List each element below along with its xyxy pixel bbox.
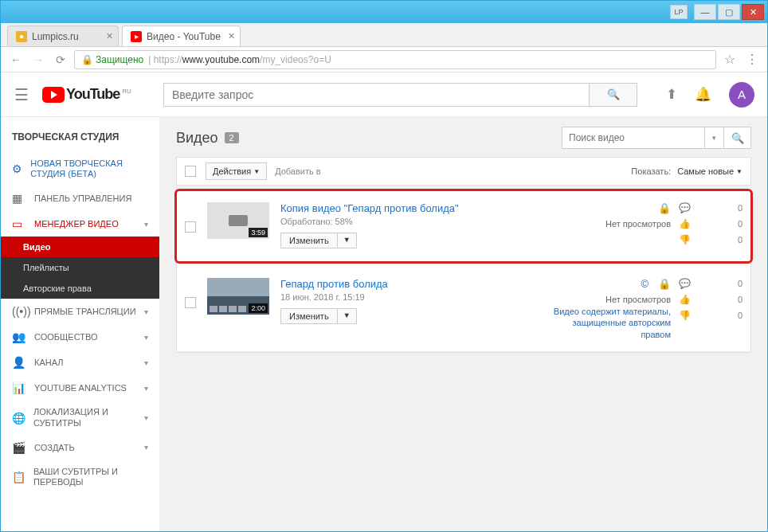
sidebar-item-analytics[interactable]: 📊 YOUTUBE ANALYTICS ▾ (1, 375, 159, 401)
sidebar-sub-copyright[interactable]: Авторские права (1, 278, 159, 299)
channel-icon: 👤 (12, 356, 26, 369)
row-checkbox[interactable] (185, 297, 196, 308)
edit-button[interactable]: Изменить (280, 308, 338, 324)
broadcast-icon: ((•)) (12, 305, 26, 318)
sidebar-sub-video[interactable]: Видео (1, 237, 159, 257)
sidebar-item-label: МЕНЕДЖЕР ВИДЕО (34, 219, 119, 229)
comment-icon: 💬 (679, 202, 691, 213)
close-button[interactable]: ✕ (742, 4, 764, 20)
bookmark-star-button[interactable]: ☆ (721, 51, 739, 68)
browser-tab-youtube[interactable]: ▸ Видео - YouTube ✕ (122, 25, 241, 46)
analytics-icon: 📊 (12, 381, 26, 394)
sidebar: ТВОРЧЕСКАЯ СТУДИЯ ⚙ НОВАЯ ТВОРЧЕСКАЯ СТУ… (1, 117, 160, 531)
lock-icon: 🔒 (81, 54, 93, 65)
chevron-down-icon: ▾ (144, 307, 148, 316)
views-text: Нет просмотров (527, 295, 671, 304)
upload-icon[interactable]: ⬆ (666, 86, 677, 103)
video-thumbnail[interactable]: 3:59 (207, 202, 269, 239)
edit-button[interactable]: Изменить (280, 233, 338, 248)
address-bar[interactable]: 🔒 Защищено | https:// www.youtube.com /m… (74, 50, 716, 69)
video-stats: 💬0 👍0 👎0 (679, 202, 743, 250)
count-badge: 2 (225, 132, 239, 143)
url-host: www.youtube.com (182, 54, 260, 65)
sidebar-item-create[interactable]: 🎬 СОЗДАТЬ ▾ (1, 435, 159, 460)
sidebar-item-label: YOUTUBE ANALYTICS (34, 383, 127, 393)
video-thumbnail[interactable]: 2:00 (207, 278, 269, 315)
header-icons: ⬆ 🔔 А (666, 82, 754, 108)
main-content: Видео 2 ▾ 🔍 Действия ▼ Добавить в Показа… (160, 117, 767, 531)
nav-forward-button[interactable]: → (29, 51, 47, 68)
copyright-notice[interactable]: Видео содержит материалы, защищенные авт… (551, 306, 671, 340)
filter-search-button[interactable]: 🔍 (724, 127, 751, 149)
caret-down-icon: ▼ (736, 168, 743, 175)
select-all-checkbox[interactable] (185, 166, 196, 177)
actions-button[interactable]: Действия ▼ (206, 162, 267, 180)
search-icon: 🔍 (607, 88, 620, 100)
sidebar-item-channel[interactable]: 👤 КАНАЛ ▾ (1, 350, 159, 375)
nav-reload-button[interactable]: ⟳ (52, 51, 69, 68)
community-icon: 👥 (12, 331, 26, 343)
search-input[interactable] (163, 83, 590, 107)
page-header: Видео 2 ▾ 🔍 (176, 127, 751, 149)
favicon-icon: ● (16, 31, 27, 42)
minimize-button[interactable]: — (694, 4, 716, 20)
page-title: Видео 2 (176, 130, 239, 147)
video-subtitle: Обработано: 58% (280, 217, 527, 226)
video-meta: Гепард против болида 18 июн. 2018 г. 15:… (280, 278, 527, 324)
video-stats: 💬0 👍0 👎0 (679, 278, 743, 326)
sidebar-item-video-manager[interactable]: ▭ МЕНЕДЖЕР ВИДЕО ▾ (1, 211, 159, 237)
sidebar-item-beta-studio[interactable]: ⚙ НОВАЯ ТВОРЧЕСКАЯ СТУДИЯ (БЕТА) (1, 152, 159, 186)
video-title[interactable]: Гепард против болида (280, 278, 527, 290)
tab-close-icon[interactable]: ✕ (106, 31, 113, 41)
video-subtitle: 18 июн. 2018 г. 15:19 (280, 292, 527, 302)
views-text: Нет просмотров (527, 219, 671, 229)
maximize-button[interactable]: ▢ (718, 4, 740, 20)
menu-icon[interactable]: ☰ (14, 87, 29, 103)
video-toolbar: Действия ▼ Добавить в Показать: Самые но… (176, 157, 751, 186)
comment-icon: 💬 (679, 278, 691, 289)
youtube-logo[interactable]: YouTube RU (42, 86, 131, 103)
video-list: 3:59 Копия видео "Гепард против болида" … (176, 189, 751, 353)
filter-input[interactable] (562, 127, 705, 149)
browser-tabs: ● Lumpics.ru ✕ ▸ Видео - YouTube ✕ (1, 23, 767, 47)
edit-caret-button[interactable]: ▼ (338, 308, 357, 324)
url-path: /my_videos?o=U (260, 54, 331, 65)
sort-dropdown[interactable]: Самые новые ▼ (677, 166, 743, 176)
edit-caret-button[interactable]: ▼ (338, 233, 357, 248)
nav-back-button[interactable]: ← (7, 51, 25, 68)
notifications-icon[interactable]: 🔔 (695, 86, 711, 103)
chevron-down-icon: ▾ (144, 443, 148, 452)
privacy-lock-icon: 🔒 (658, 202, 671, 214)
sidebar-item-captions[interactable]: 📋 ВАШИ СУБТИТРЫ И ПЕРЕВОДЫ (1, 460, 159, 494)
sidebar-item-live[interactable]: ((•)) ПРЯМЫЕ ТРАНСЛЯЦИИ ▾ (1, 299, 159, 324)
like-icon: 👍 (679, 294, 691, 305)
row-checkbox[interactable] (185, 221, 196, 233)
privacy-lock-icon: 🔒 (658, 278, 671, 290)
sidebar-item-localization[interactable]: 🌐 ЛОКАЛИЗАЦИЯ И СУБТИТРЫ ▾ (1, 401, 159, 434)
sidebar-item-label: СОЗДАТЬ (34, 443, 75, 452)
filter-dropdown-button[interactable]: ▾ (705, 127, 724, 149)
sidebar-item-dashboard[interactable]: ▦ ПАНЕЛЬ УПРАВЛЕНИЯ (1, 186, 159, 211)
search-button[interactable]: 🔍 (590, 83, 637, 107)
window-badge: LP (670, 5, 688, 19)
sidebar-sub-playlists[interactable]: Плейлисты (1, 257, 159, 278)
tab-close-icon[interactable]: ✕ (228, 31, 235, 41)
browser-tab-lumpics[interactable]: ● Lumpics.ru ✕ (7, 25, 119, 46)
add-to-link[interactable]: Добавить в (275, 166, 321, 176)
chevron-down-icon: ▾ (144, 384, 148, 393)
chevron-down-icon: ▾ (144, 358, 148, 367)
favicon-icon: ▸ (131, 31, 142, 42)
chevron-down-icon: ▾ (144, 220, 148, 229)
tab-title: Lumpics.ru (32, 31, 79, 42)
logo-region: RU (122, 88, 131, 95)
sidebar-item-label: ЛОКАЛИЗАЦИЯ И СУБТИТРЫ (33, 407, 136, 428)
highlighted-row: 3:59 Копия видео "Гепард против болида" … (174, 189, 753, 264)
edit-button-group: Изменить ▼ (280, 308, 527, 324)
address-bar-row: ← → ⟳ 🔒 Защищено | https:// www.youtube.… (1, 47, 767, 72)
sidebar-item-community[interactable]: 👥 СООБЩЕСТВО ▾ (1, 324, 159, 350)
like-icon: 👍 (679, 218, 691, 229)
video-title[interactable]: Копия видео "Гепард против болида" (280, 202, 527, 214)
browser-menu-button[interactable]: ⋮ (743, 51, 761, 68)
tab-title: Видео - YouTube (147, 31, 221, 42)
avatar[interactable]: А (729, 82, 754, 108)
